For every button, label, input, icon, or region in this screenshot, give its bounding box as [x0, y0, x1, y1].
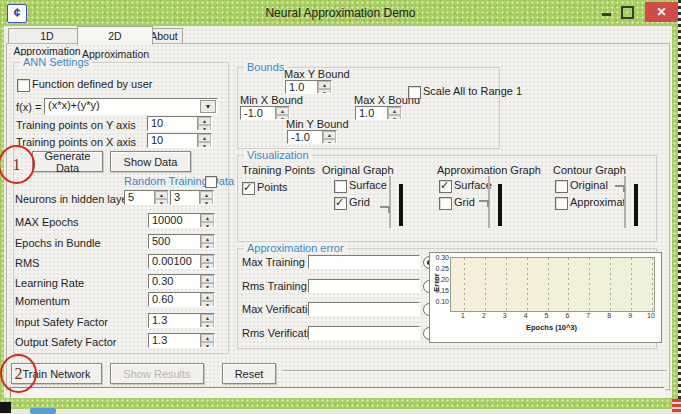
cg-slider-bar: [634, 184, 638, 226]
ag-grid-checkbox[interactable]: [439, 197, 452, 210]
training-x-stepper[interactable]: 10 ▲▼: [147, 133, 212, 148]
tab-1d-approximation[interactable]: 1D Approximation: [8, 28, 86, 44]
slider-thumb[interactable]: [615, 185, 625, 187]
stepper-arrows-icon[interactable]: ▲▼: [197, 134, 211, 147]
output-safety-stepper[interactable]: 1.3 ▲▼: [148, 333, 215, 348]
window-border-left: [0, 26, 4, 398]
slider-thumb[interactable]: [380, 206, 390, 208]
chart-y-tick: 0.20: [435, 276, 449, 283]
tab-2d-approximation[interactable]: 2D Approximation: [77, 26, 153, 45]
ag-opacity-slider[interactable]: [488, 176, 490, 228]
chart-x-tick: 6: [565, 312, 569, 319]
chart-plot: [450, 257, 655, 312]
stepper-arrows-icon[interactable]: ▲▼: [322, 131, 336, 143]
random-training-data-checkbox[interactable]: [205, 176, 217, 188]
chart-y-tick: 0.30: [435, 254, 449, 261]
min-y-bound-stepper[interactable]: -1.0 ▲▼: [287, 130, 337, 144]
chevron-down-icon[interactable]: ▼: [200, 100, 216, 113]
points-checkbox[interactable]: [242, 182, 255, 195]
show-data-button[interactable]: Show Data: [110, 151, 191, 172]
stepper-arrows-icon[interactable]: ▲▼: [200, 293, 214, 306]
rms-verification-error-field[interactable]: [308, 326, 420, 340]
param-label: Epochs in Bundle: [15, 237, 101, 249]
stepper-arrows-icon[interactable]: ▲▼: [317, 81, 331, 93]
max-epochs-stepper[interactable]: 10000 ▲▼: [148, 213, 215, 228]
fx-combobox[interactable]: (x*x)+(y*y) ▼: [44, 98, 218, 115]
visualization-title: Visualization: [244, 149, 312, 161]
stepper-arrows-icon[interactable]: ▲▼: [387, 107, 401, 119]
stepper-arrows-icon[interactable]: ▲▼: [199, 191, 213, 204]
param-value: 1.3: [152, 314, 167, 326]
momentum-stepper[interactable]: 0.60 ▲▼: [148, 292, 215, 307]
max-y-bound-stepper[interactable]: 1.0 ▲▼: [285, 80, 332, 94]
points-label: Points: [257, 181, 288, 193]
cg-opacity-slider[interactable]: [624, 176, 626, 228]
stepper-arrows-icon[interactable]: ▲▼: [200, 334, 214, 347]
chart-x-tick: 10: [647, 312, 655, 319]
approximation-graph-label: Approximation Graph: [437, 164, 541, 176]
chart-x-tick: 1: [461, 312, 465, 319]
title-bar[interactable]: Neural Approximation Demo: [0, 0, 681, 26]
min-x-bound-stepper[interactable]: -1.0 ▲▼: [240, 106, 290, 120]
fx-value: (x*x)+(y*y): [48, 99, 100, 111]
param-value: 0.00100: [152, 255, 192, 267]
bounds-title: Bounds: [244, 61, 287, 73]
param-label: Input Safety Factor: [15, 316, 108, 328]
neurons-stepper-2[interactable]: 3 ▲▼: [170, 190, 214, 205]
random-training-data-label: Random Training Data: [124, 175, 234, 187]
neurons-label: Neurons in hidden layers: [15, 193, 137, 205]
min-x-bound-label: Min X Bound: [240, 94, 303, 106]
close-icon[interactable]: ✕: [645, 2, 678, 22]
minimize-icon[interactable]: [602, 13, 611, 16]
og-surface-label: Surface: [349, 179, 387, 191]
chart-x-tick: 4: [524, 312, 528, 319]
taskbar-icon: [30, 408, 56, 414]
ag-slider-bar: [498, 184, 502, 226]
learning-rate-stepper[interactable]: 0.30 ▲▼: [148, 274, 215, 289]
max-y-bound-value: 1.0: [289, 81, 304, 93]
input-safety-stepper[interactable]: 1.3 ▲▼: [148, 313, 215, 328]
og-grid-checkbox[interactable]: [334, 197, 347, 210]
maximize-icon[interactable]: [621, 6, 634, 19]
stepper-arrows-icon[interactable]: ▲▼: [200, 214, 214, 227]
rms-training-error-field[interactable]: [308, 279, 420, 293]
window-title: Neural Approximation Demo: [0, 6, 681, 20]
stepper-arrows-icon[interactable]: ▲▼: [200, 255, 214, 268]
stepper-arrows-icon[interactable]: ▲▼: [154, 191, 168, 204]
neurons-value-1: 5: [128, 191, 134, 203]
neurons-stepper-1[interactable]: 5 ▲▼: [124, 190, 169, 205]
function-defined-checkbox[interactable]: [17, 79, 30, 92]
max-verification-error-field[interactable]: [308, 302, 420, 316]
slider-thumb[interactable]: [479, 200, 489, 202]
og-surface-checkbox[interactable]: [334, 180, 347, 193]
chart-x-tick: 3: [503, 312, 507, 319]
param-value: 10000: [152, 214, 183, 226]
rms-stepper[interactable]: 0.00100 ▲▼: [148, 254, 215, 269]
epochs-bundle-stepper[interactable]: 500 ▲▼: [148, 234, 215, 249]
chart-x-tick: 5: [545, 312, 549, 319]
training-x-value: 10: [151, 134, 163, 146]
param-value: 0.60: [152, 293, 173, 305]
annotation-step-2: 2: [0, 354, 37, 393]
stepper-arrows-icon[interactable]: ▲▼: [200, 235, 214, 248]
training-y-stepper[interactable]: 10 ▲▼: [147, 116, 212, 131]
scale-all-label: Scale All to Range 1: [423, 85, 522, 97]
generate-data-button[interactable]: Generate Data: [32, 151, 103, 172]
stepper-arrows-icon[interactable]: ▲▼: [200, 314, 214, 327]
reset-button[interactable]: Reset: [222, 363, 276, 384]
stepper-arrows-icon[interactable]: ▲▼: [200, 275, 214, 288]
cg-approximation-checkbox[interactable]: [555, 197, 568, 210]
ag-surface-checkbox[interactable]: [439, 180, 452, 193]
cg-original-checkbox[interactable]: [555, 180, 568, 193]
chart-y-tick: 0.10: [435, 298, 449, 305]
og-opacity-slider[interactable]: [389, 176, 391, 228]
contour-graph-label: Contour Graph: [553, 164, 626, 176]
scale-all-checkbox[interactable]: [408, 86, 421, 99]
max-training-error-field[interactable]: [308, 255, 420, 269]
stepper-arrows-icon[interactable]: ▲▼: [197, 117, 211, 130]
param-value: 1.3: [152, 334, 167, 346]
max-x-bound-stepper[interactable]: 1.0 ▲▼: [355, 106, 402, 120]
cg-approximation-label: Approximation: [570, 196, 626, 208]
ag-surface-label: Surface: [454, 179, 492, 191]
training-progress-bar: [10, 387, 665, 398]
